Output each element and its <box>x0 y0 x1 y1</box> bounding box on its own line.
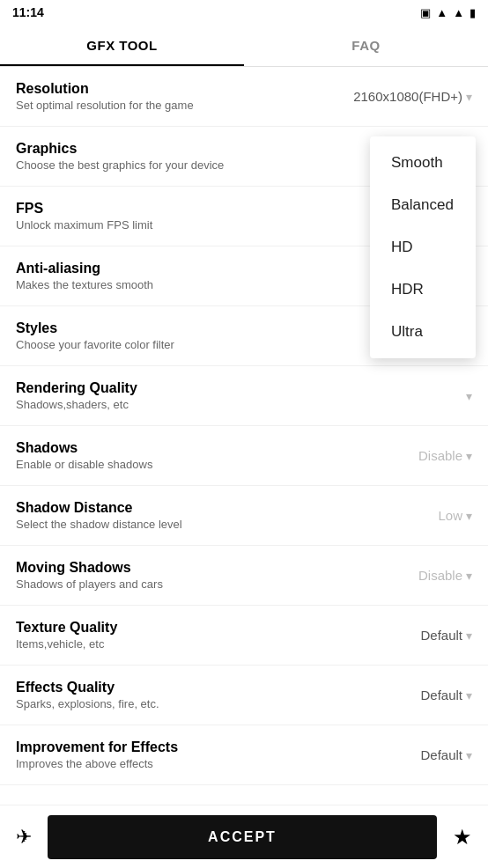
setting-row-resolution: Resolution Set optimal resolution for th… <box>0 67 488 127</box>
dropdown-item-ultra[interactable]: Ultra <box>370 311 476 353</box>
chevron-down-icon-effects-quality: ▾ <box>466 688 472 702</box>
moving-shadows-value: Disable <box>418 568 462 583</box>
setting-desc-styles: Choose your favorite color filter <box>16 338 349 351</box>
setting-control-improvement-for-effects[interactable]: Default ▾ <box>349 747 472 762</box>
setting-info-rendering-quality: Rendering Quality Shadows,shaders, etc <box>16 380 349 411</box>
setting-row-improvement-for-effects: Improvement for Effects Improves the abo… <box>0 725 488 785</box>
chevron-down-icon-texture-quality: ▾ <box>466 629 472 643</box>
dropdown-item-balanced[interactable]: Balanced <box>370 184 476 226</box>
setting-desc-shadows: Enable or disable shadows <box>16 458 349 471</box>
setting-row-rendering-quality: Rendering Quality Shadows,shaders, etc ▾ <box>0 366 488 426</box>
setting-info-texture-quality: Texture Quality Items,vehicle, etc <box>16 620 349 651</box>
dropdown-item-smooth[interactable]: Smooth <box>370 142 476 184</box>
setting-desc-shadow-distance: Select the shadow distance level <box>16 518 349 531</box>
bottom-bar: ✈ ACCEPT ★ <box>0 805 488 868</box>
chevron-down-icon-shadow-distance: ▾ <box>466 509 472 523</box>
dropdown-item-hdr[interactable]: HDR <box>370 268 476 311</box>
setting-label-fps: FPS <box>16 201 349 217</box>
status-time: 11:14 <box>12 5 44 19</box>
setting-label-rendering-quality: Rendering Quality <box>16 380 349 396</box>
setting-info-graphics: Graphics Choose the best graphics for yo… <box>16 141 349 172</box>
setting-desc-effects-quality: Sparks, explosions, fire, etc. <box>16 697 349 710</box>
setting-control-moving-shadows[interactable]: Disable ▾ <box>349 568 472 583</box>
shadow-distance-value: Low <box>438 508 462 523</box>
setting-desc-moving-shadows: Shadows of players and cars <box>16 577 349 591</box>
setting-control-shadow-distance[interactable]: Low ▾ <box>349 508 472 523</box>
setting-info-resolution: Resolution Set optimal resolution for th… <box>16 81 349 112</box>
setting-label-resolution: Resolution <box>16 81 349 97</box>
setting-label-graphics: Graphics <box>16 141 349 157</box>
setting-row-texture-quality: Texture Quality Items,vehicle, etc Defau… <box>0 606 488 666</box>
setting-control-effects-quality[interactable]: Default ▾ <box>349 688 472 702</box>
setting-label-improvement-for-effects: Improvement for Effects <box>16 739 349 755</box>
chevron-down-icon: ▾ <box>466 90 472 104</box>
setting-label-effects-quality: Effects Quality <box>16 680 349 695</box>
tab-faq[interactable]: FAQ <box>244 25 488 66</box>
send-icon[interactable]: ✈ <box>16 826 32 849</box>
chevron-down-icon-shadows: ▾ <box>466 449 472 463</box>
chevron-down-icon-improvement-for-effects: ▾ <box>466 748 472 762</box>
setting-control-shadows[interactable]: Disable ▾ <box>349 448 472 463</box>
notification-icon: ▣ <box>420 6 431 19</box>
setting-label-anti-aliasing: Anti-aliasing <box>16 261 349 276</box>
setting-desc-texture-quality: Items,vehicle, etc <box>16 637 349 651</box>
effects-quality-value: Default <box>420 688 462 702</box>
setting-info-shadow-distance: Shadow Distance Select the shadow distan… <box>16 500 349 531</box>
setting-label-shadow-distance: Shadow Distance <box>16 500 349 516</box>
setting-label-styles: Styles <box>16 320 349 336</box>
setting-desc-anti-aliasing: Makes the textures smooth <box>16 278 349 291</box>
setting-desc-rendering-quality: Shadows,shaders, etc <box>16 398 349 411</box>
signal-icon: ▲ <box>453 6 464 19</box>
battery-icon: ▮ <box>470 6 476 19</box>
setting-label-moving-shadows: Moving Shadows <box>16 560 349 576</box>
setting-info-improvement-for-effects: Improvement for Effects Improves the abo… <box>16 739 349 770</box>
setting-info-effects-quality: Effects Quality Sparks, explosions, fire… <box>16 680 349 710</box>
setting-row-moving-shadows: Moving Shadows Shadows of players and ca… <box>0 546 488 606</box>
setting-control-texture-quality[interactable]: Default ▾ <box>349 628 472 643</box>
setting-row-shadows: Shadows Enable or disable shadows Disabl… <box>0 426 488 486</box>
status-bar: 11:14 ▣ ▲ ▲ ▮ <box>0 0 488 25</box>
star-icon[interactable]: ★ <box>453 825 472 850</box>
status-icons: ▣ ▲ ▲ ▮ <box>420 6 476 19</box>
setting-info-moving-shadows: Moving Shadows Shadows of players and ca… <box>16 560 349 591</box>
setting-label-shadows: Shadows <box>16 440 349 456</box>
texture-quality-value: Default <box>420 628 462 643</box>
chevron-down-icon-moving-shadows: ▾ <box>466 569 472 583</box>
tab-gfx-tool[interactable]: GFX TOOL <box>0 25 244 66</box>
improvement-for-effects-value: Default <box>420 747 462 762</box>
setting-control-resolution[interactable]: 2160x1080(FHD+) ▾ <box>349 89 472 104</box>
setting-row-effects-quality: Effects Quality Sparks, explosions, fire… <box>0 666 488 725</box>
setting-info-shadows: Shadows Enable or disable shadows <box>16 440 349 471</box>
setting-desc-graphics: Choose the best graphics for your device <box>16 158 349 172</box>
setting-desc-fps: Unlock maximum FPS limit <box>16 218 349 232</box>
wifi-icon: ▲ <box>436 6 447 19</box>
accept-button[interactable]: ACCEPT <box>48 815 437 859</box>
resolution-value: 2160x1080(FHD+) <box>353 89 462 104</box>
setting-control-rendering-quality[interactable]: ▾ <box>349 389 472 403</box>
setting-desc-improvement-for-effects: Improves the above effects <box>16 757 349 770</box>
setting-desc-resolution: Set optimal resolution for the game <box>16 99 349 112</box>
chevron-down-icon-rendering-quality: ▾ <box>466 389 472 403</box>
setting-info-anti-aliasing: Anti-aliasing Makes the textures smooth <box>16 261 349 291</box>
setting-info-styles: Styles Choose your favorite color filter <box>16 320 349 351</box>
dropdown-item-hd[interactable]: HD <box>370 226 476 268</box>
setting-info-fps: FPS Unlock maximum FPS limit <box>16 201 349 232</box>
setting-row-shadow-distance: Shadow Distance Select the shadow distan… <box>0 486 488 546</box>
setting-label-texture-quality: Texture Quality <box>16 620 349 636</box>
graphics-dropdown[interactable]: Smooth Balanced HD HDR Ultra <box>370 136 476 358</box>
shadows-value: Disable <box>418 448 462 463</box>
tab-bar: GFX TOOL FAQ <box>0 25 488 67</box>
